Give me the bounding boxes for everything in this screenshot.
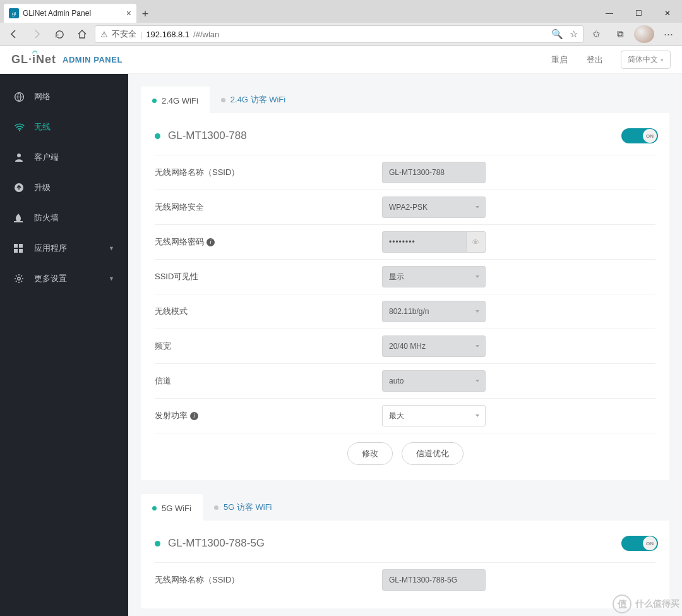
forward-button[interactable] xyxy=(27,25,47,43)
security-select[interactable]: WPA2-PSK xyxy=(382,196,486,218)
wifi-toggle[interactable]: ON xyxy=(621,128,658,143)
chevron-down-icon: ▾ xyxy=(661,57,664,63)
info-icon[interactable]: i xyxy=(190,412,198,420)
sidebar-label: 更多设置 xyxy=(34,273,67,284)
admin-panel-label: ADMIN PANEL xyxy=(63,55,123,64)
svg-rect-4 xyxy=(14,221,23,222)
wifi-form-24g: 无线网络名称（SSID） GL-MT1300-788 无线网络安全 WPA2-P… xyxy=(152,155,658,469)
wifi-form-5g: 无线网络名称（SSID） GL-MT1300-788-5G xyxy=(152,562,658,597)
status-dot-icon xyxy=(214,505,218,510)
visibility-select[interactable]: 显示 xyxy=(382,266,486,287)
svg-rect-8 xyxy=(19,249,23,253)
mode-select[interactable]: 802.11b/g/n xyxy=(382,301,486,322)
search-in-page-icon[interactable]: 🔍 xyxy=(551,28,563,40)
password-label: 无线网络密码 i xyxy=(155,236,382,248)
ssid-label: 无线网络名称（SSID） xyxy=(155,574,382,586)
browser-tab[interactable]: gl GLiNet Admin Panel × xyxy=(4,4,136,23)
maximize-button[interactable]: ☐ xyxy=(624,4,653,23)
app-header: GL·iNet ◠ ADMIN PANEL 重启 登出 简体中文▾ xyxy=(0,46,682,74)
sidebar-label: 防火墙 xyxy=(34,212,59,224)
back-button[interactable] xyxy=(4,25,24,43)
tab-5g-guest[interactable]: 5G 访客 WiFi xyxy=(203,494,284,521)
channel-label: 信道 xyxy=(155,375,382,387)
tabs-24g: 2.4G WiFi 2.4G 访客 WiFi xyxy=(141,87,669,113)
txpower-label: 发射功率 i xyxy=(155,410,382,421)
tab-24g-guest[interactable]: 2.4G 访客 WiFi xyxy=(210,87,297,113)
window-controls: — ☐ ✕ xyxy=(595,4,682,23)
sidebar-label: 无线 xyxy=(34,121,51,133)
sidebar-item-firewall[interactable]: 防火墙 xyxy=(0,203,128,233)
toggle-knob: ON xyxy=(643,536,657,550)
close-tab-icon[interactable]: × xyxy=(126,8,131,18)
sidebar-item-clients[interactable]: 客户端 xyxy=(0,142,128,172)
mode-label: 无线模式 xyxy=(155,306,382,317)
sidebar-item-more-settings[interactable]: 更多设置 ▼ xyxy=(0,263,128,294)
refresh-button[interactable] xyxy=(49,25,69,43)
insecure-label: 不安全 xyxy=(112,28,136,40)
bandwidth-label: 频宽 xyxy=(155,341,382,352)
password-input[interactable]: •••••••• xyxy=(382,231,467,253)
favicon-icon: gl xyxy=(9,8,19,18)
status-dot-icon xyxy=(152,506,157,510)
sidebar-item-applications[interactable]: 应用程序 ▼ xyxy=(0,233,128,263)
wifi-icon xyxy=(14,121,25,133)
modify-button[interactable]: 修改 xyxy=(347,442,393,465)
close-window-button[interactable]: ✕ xyxy=(653,4,682,23)
sidebar-label: 网络 xyxy=(34,91,51,102)
channel-select[interactable]: auto xyxy=(382,370,486,392)
svg-rect-7 xyxy=(14,249,18,253)
visibility-label: SSID可见性 xyxy=(155,271,382,282)
collections-icon[interactable]: ⧉ xyxy=(610,25,630,43)
ssid-input[interactable]: GL-MT1300-788 xyxy=(382,162,486,183)
language-selector[interactable]: 简体中文▾ xyxy=(621,51,671,69)
ssid-label: 无线网络名称（SSID） xyxy=(155,167,382,178)
tab-title: GLiNet Admin Panel xyxy=(23,9,91,18)
logout-link[interactable]: 登出 xyxy=(587,54,603,66)
minimize-button[interactable]: — xyxy=(595,4,624,23)
svg-point-9 xyxy=(18,277,20,280)
grid-icon xyxy=(14,244,25,253)
info-icon[interactable]: i xyxy=(206,238,215,246)
toggle-knob: ON xyxy=(643,129,657,143)
svg-rect-6 xyxy=(19,244,23,248)
sidebar-item-network[interactable]: 网络 xyxy=(0,82,128,112)
globe-icon xyxy=(14,92,25,102)
sidebar-label: 升级 xyxy=(34,182,51,193)
tabs-5g: 5G WiFi 5G 访客 WiFi xyxy=(141,494,669,521)
status-dot-icon xyxy=(155,133,160,139)
ssid-input[interactable]: GL-MT1300-788-5G xyxy=(382,569,486,591)
txpower-select[interactable]: 最大 xyxy=(382,405,486,426)
profile-avatar-icon[interactable] xyxy=(634,25,654,43)
sidebar-label: 客户端 xyxy=(34,152,59,163)
bandwidth-select[interactable]: 20/40 MHz xyxy=(382,335,486,357)
bookmark-star-icon[interactable]: ☆ xyxy=(570,28,578,40)
home-button[interactable] xyxy=(72,25,92,43)
chevron-down-icon: ▼ xyxy=(109,275,114,282)
status-dot-icon xyxy=(155,541,160,547)
url-host: 192.168.8.1 xyxy=(146,30,189,39)
toggle-password-visibility-icon[interactable]: 👁 xyxy=(467,231,486,253)
browser-address-bar: ⚠ 不安全 | 192.168.8.1/#/wlan 🔍 ☆ ✩ ⧉ ⋯ xyxy=(0,23,682,46)
panel-24g: GL-MT1300-788 ON 无线网络名称（SSID） GL-MT1300-… xyxy=(141,113,669,480)
sidebar-item-wireless[interactable]: 无线 xyxy=(0,112,128,142)
svg-point-1 xyxy=(19,130,20,131)
url-field[interactable]: ⚠ 不安全 | 192.168.8.1/#/wlan 🔍 ☆ xyxy=(95,25,583,43)
sidebar-label: 应用程序 xyxy=(34,243,67,254)
status-dot-icon xyxy=(221,98,225,102)
svg-point-2 xyxy=(17,154,21,157)
url-path: /#/wlan xyxy=(193,30,219,39)
tab-24g-wifi[interactable]: 2.4G WiFi xyxy=(141,87,210,113)
upgrade-icon xyxy=(14,183,25,193)
new-tab-button[interactable]: + xyxy=(136,5,154,23)
channel-optimize-button[interactable]: 信道优化 xyxy=(402,442,464,465)
wifi-arc-icon: ◠ xyxy=(32,49,39,56)
favorites-icon[interactable]: ✩ xyxy=(586,25,606,43)
sidebar-item-upgrade[interactable]: 升级 xyxy=(0,172,128,203)
reboot-link[interactable]: 重启 xyxy=(551,54,568,66)
tab-5g-wifi[interactable]: 5G WiFi xyxy=(141,494,203,521)
chevron-down-icon: ▼ xyxy=(109,245,114,251)
wifi-toggle[interactable]: ON xyxy=(621,536,658,551)
security-label: 无线网络安全 xyxy=(155,202,382,213)
more-menu-icon[interactable]: ⋯ xyxy=(658,25,678,43)
panel-title: GL-MT1300-788-5G xyxy=(168,537,265,550)
